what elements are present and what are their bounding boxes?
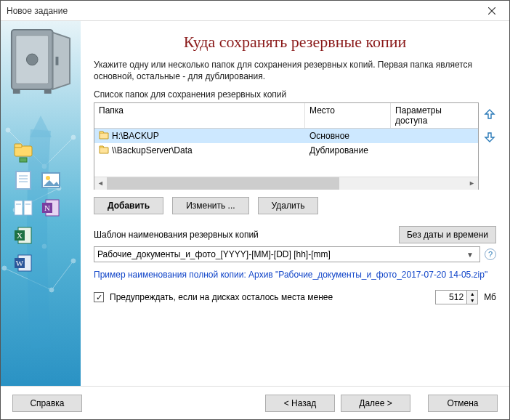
- no-datetime-button[interactable]: Без даты и времени: [399, 226, 496, 243]
- word-icon: W: [12, 252, 34, 274]
- svg-text:N: N: [44, 203, 50, 212]
- files-icon: [12, 197, 34, 219]
- svg-rect-26: [16, 171, 31, 189]
- delete-button[interactable]: Удалить: [258, 197, 319, 214]
- horizontal-scrollbar[interactable]: ◄ ►: [94, 177, 478, 189]
- picture-icon: [40, 169, 62, 191]
- spin-down-icon[interactable]: ▼: [467, 297, 477, 304]
- document-icon: [12, 169, 34, 191]
- help-button[interactable]: Справка: [12, 395, 82, 412]
- template-value: Рабочие_документы_и_фото_[YYYY]-[MM]-[DD…: [97, 249, 331, 259]
- warn-checkbox[interactable]: ✓: [94, 292, 104, 302]
- add-button[interactable]: Добавить: [94, 197, 163, 214]
- wizard-footer: Справка < Назад Далее > Отмена: [1, 386, 509, 419]
- page-description: Укажите одну или несколько папок для сох…: [94, 59, 496, 82]
- svg-text:X: X: [17, 231, 23, 240]
- next-button[interactable]: Далее >: [341, 395, 410, 412]
- page-title: Куда сохранять резервные копии: [94, 33, 496, 52]
- svg-point-15: [49, 288, 54, 292]
- warn-label: Предупреждать, если на дисках осталось м…: [110, 292, 333, 302]
- svg-point-10: [71, 135, 76, 140]
- table-row[interactable]: H:\BACKUPОсновное: [94, 129, 478, 143]
- window-title: Новое задание: [7, 6, 68, 16]
- svg-rect-20: [56, 57, 59, 65]
- move-down-icon[interactable]: [484, 132, 495, 143]
- row-path: \\BackupServer\Data: [112, 145, 193, 156]
- svg-rect-33: [24, 201, 32, 215]
- warn-value-input[interactable]: [435, 290, 467, 304]
- folderlist-label: Список папок для сохранения резервных ко…: [94, 89, 496, 100]
- spin-up-icon[interactable]: ▲: [467, 291, 477, 297]
- help-icon[interactable]: ?: [485, 249, 496, 260]
- warn-unit: Мб: [484, 292, 496, 302]
- folder-icon: [99, 145, 109, 156]
- svg-point-31: [46, 176, 50, 180]
- titlebar: Новое задание: [1, 1, 509, 21]
- folder-icon: [99, 131, 109, 142]
- wizard-sidebar: N X W: [1, 21, 81, 386]
- svg-rect-32: [15, 201, 23, 215]
- table-row[interactable]: \\BackupServer\DataДублирование: [94, 143, 478, 158]
- excel-icon: X: [12, 225, 34, 246]
- cancel-button[interactable]: Отмена: [428, 395, 498, 412]
- svg-rect-22: [44, 89, 52, 94]
- chevron-down-icon[interactable]: ▼: [464, 251, 477, 259]
- back-button[interactable]: < Назад: [265, 395, 335, 412]
- scroll-right-icon[interactable]: ►: [466, 177, 478, 190]
- svg-point-19: [26, 54, 38, 65]
- template-label: Шаблон наименования резервных копий: [94, 230, 394, 240]
- svg-text:W: W: [16, 259, 24, 267]
- col-place[interactable]: Место: [305, 103, 391, 128]
- onenote-icon: N: [40, 197, 62, 219]
- svg-point-8: [6, 128, 10, 132]
- scroll-left-icon[interactable]: ◄: [94, 177, 107, 190]
- template-combobox[interactable]: Рабочие_документы_и_фото_[YYYY]-[MM]-[DD…: [94, 246, 480, 262]
- col-access[interactable]: Параметры доступа: [391, 103, 478, 128]
- row-path: H:\BACKUP: [112, 131, 159, 141]
- row-place: Основное: [305, 131, 391, 141]
- move-up-icon[interactable]: [484, 108, 495, 120]
- safe-icon: [9, 25, 73, 98]
- svg-rect-25: [20, 158, 27, 162]
- network-folder-icon: [12, 142, 34, 163]
- svg-rect-24: [15, 144, 22, 148]
- col-folder[interactable]: Папка: [94, 103, 305, 128]
- close-icon[interactable]: [477, 1, 506, 20]
- example-text: Пример наименования полной копии: Архив …: [94, 270, 496, 280]
- svg-rect-21: [13, 89, 20, 94]
- edit-button[interactable]: Изменить ...: [172, 197, 248, 214]
- folders-table: Папка Место Параметры доступа H:\BACKUPО…: [94, 102, 479, 190]
- row-place: Дублирование: [305, 145, 391, 156]
